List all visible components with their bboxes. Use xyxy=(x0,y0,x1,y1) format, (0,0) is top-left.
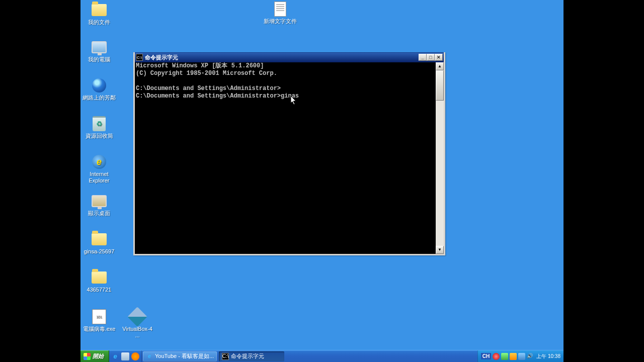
command-prompt-window[interactable]: C:\ 命令提示字元 _ □ ✕ Microsoft Windows XP [版… xyxy=(133,52,445,255)
virtualbox-icon xyxy=(129,309,145,325)
folder-icon xyxy=(91,269,107,286)
taskbar-task-youtube[interactable]: e YouTube - 看駭客是如... xyxy=(143,351,217,361)
close-button[interactable]: ✕ xyxy=(435,54,443,61)
start-button[interactable]: 開始 xyxy=(80,350,109,363)
volume-icon[interactable]: 🔊 xyxy=(527,353,534,360)
task-label: 命令提示字元 xyxy=(231,352,264,360)
icon-label: 43657721 xyxy=(87,287,112,293)
desktop-icon-virus-exe[interactable]: 101 電腦病毒.exe xyxy=(80,309,118,332)
tray-icon[interactable] xyxy=(510,353,517,360)
ie-icon: e xyxy=(91,154,107,170)
desktop-icon-recycle-bin[interactable]: ♻ 資源回收筒 xyxy=(80,116,118,139)
desktop-icon-folder-43657721[interactable]: 43657721 xyxy=(80,269,118,293)
clock[interactable]: 上午 10:38 xyxy=(536,353,560,360)
icon-label: 我的文件 xyxy=(88,19,110,26)
show-desktop-icon xyxy=(91,193,107,209)
icon-label: Internet Explorer xyxy=(82,171,117,184)
language-indicator[interactable]: CH xyxy=(481,353,491,359)
ie-icon: e xyxy=(146,353,153,360)
folder-icon xyxy=(91,2,107,18)
scroll-thumb[interactable] xyxy=(436,70,444,101)
windows-logo-icon xyxy=(84,353,91,360)
icon-label: 我的電腦 xyxy=(88,56,110,63)
task-label: YouTube - 看駭客是如... xyxy=(155,352,214,360)
icon-label: 新增文字文件 xyxy=(264,18,297,25)
desktop-icon-my-computer[interactable]: 我的電腦 xyxy=(80,39,118,63)
taskbar[interactable]: 開始 e e YouTube - 看駭客是如... C:\ 命令提示字元 CH … xyxy=(80,350,564,362)
system-tray[interactable]: CH 🔊 上午 10:38 xyxy=(477,350,564,363)
icon-label: 資源回收筒 xyxy=(86,133,113,139)
desktop-icon-my-documents[interactable]: 我的文件 xyxy=(80,2,118,26)
show-desktop-icon[interactable] xyxy=(121,352,129,360)
window-title: 命令提示字元 xyxy=(145,54,178,61)
taskbar-task-cmd[interactable]: C:\ 命令提示字元 xyxy=(219,351,284,361)
desktop-icon-show-desktop[interactable]: 顯示桌面 xyxy=(80,193,118,217)
scroll-up-button[interactable]: ▲ xyxy=(436,62,444,70)
recycle-bin-icon: ♻ xyxy=(91,116,107,132)
icon-label: 電腦病毒.exe xyxy=(83,326,116,332)
desktop-icon-new-text-file[interactable]: 新增文字文件 xyxy=(262,1,299,25)
media-player-icon[interactable] xyxy=(131,352,139,360)
desktop[interactable]: 我的文件 我的電腦 網路上的芳鄰 ♻ 資源回收筒 e Internet Expl… xyxy=(80,0,564,350)
tray-icon[interactable] xyxy=(518,353,525,360)
titlebar[interactable]: C:\ 命令提示字元 _ □ ✕ xyxy=(135,52,444,62)
letterbox-left xyxy=(0,0,80,362)
network-icon xyxy=(91,77,107,94)
cmd-icon: C:\ xyxy=(222,353,229,360)
tray-icon[interactable] xyxy=(493,353,500,360)
console-output[interactable]: Microsoft Windows XP [版本 5.1.2600] (C) C… xyxy=(135,62,436,254)
icon-label: ginsa-25697 xyxy=(84,248,115,255)
text-file-icon xyxy=(272,1,288,17)
letterbox-right xyxy=(564,0,644,362)
desktop-icon-virtualbox[interactable]: VirtualBox-4 ... xyxy=(119,309,156,339)
desktop-icon-folder-ginsa[interactable]: ginsa-25697 xyxy=(80,231,118,255)
ie-icon[interactable]: e xyxy=(111,352,119,360)
maximize-button[interactable]: □ xyxy=(427,54,435,61)
computer-icon xyxy=(91,39,107,55)
scroll-down-button[interactable]: ▼ xyxy=(436,246,444,254)
icon-label: VirtualBox-4 ... xyxy=(120,326,155,339)
minimize-button[interactable]: _ xyxy=(419,54,427,61)
icon-label: 網路上的芳鄰 xyxy=(83,95,116,101)
scroll-track[interactable] xyxy=(436,70,444,246)
icon-label: 顯示桌面 xyxy=(88,210,110,217)
desktop-icon-internet-explorer[interactable]: e Internet Explorer xyxy=(80,154,118,184)
folder-icon xyxy=(91,231,107,247)
desktop-icon-network-places[interactable]: 網路上的芳鄰 xyxy=(80,77,118,101)
cmd-icon: C:\ xyxy=(136,54,143,61)
scrollbar[interactable]: ▲ ▼ xyxy=(436,62,444,254)
start-label: 開始 xyxy=(93,352,104,360)
tray-icon[interactable] xyxy=(501,353,508,360)
quick-launch: e xyxy=(109,350,142,362)
exe-icon: 101 xyxy=(91,309,107,325)
